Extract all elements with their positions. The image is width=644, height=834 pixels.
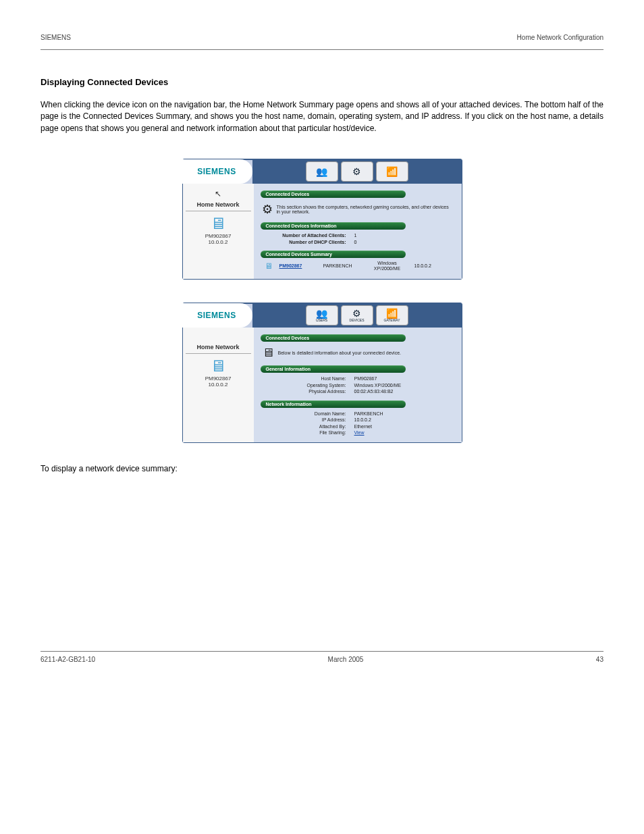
pill-connected-devices: Connected Devices — [261, 334, 406, 342]
content-area: Connected Devices ⚙ This section shows t… — [254, 184, 462, 279]
label-domain: Domain Name: — [269, 411, 346, 417]
tab-users[interactable]: 👥USERS — [306, 305, 338, 325]
tab-gateway[interactable]: 📶GATEWAY — [376, 305, 408, 325]
label-dhcp-clients: Number of DHCP Clients: — [269, 239, 346, 245]
top-nav: 👥 ⚙ 📶 — [252, 159, 462, 184]
summary-ip: 10.0.0.2 — [414, 263, 452, 268]
pill-devices-info: Connected Devices Information — [261, 222, 406, 230]
footer-docnum: 6211-A2-GB21-10 — [41, 656, 95, 663]
section-heading: Displaying Connected Devices — [41, 77, 603, 87]
pill-connected-devices: Connected Devices — [261, 190, 406, 198]
gateway-icon: 📶 — [386, 167, 398, 176]
link-filesharing-view[interactable]: View — [348, 429, 365, 436]
summary-hostname-link[interactable]: PM902867 — [279, 263, 317, 268]
sidebar-title: Home Network — [186, 344, 251, 354]
monitor-icon: 🖥 — [262, 346, 274, 360]
tab-users-label: USERS — [316, 318, 327, 322]
gears-icon: ⚙ — [352, 309, 361, 318]
gateway-icon: 📶 — [386, 309, 398, 318]
device-summary-row: 🖥 PM902867 PARKBENCH Windows XP/2000/ME … — [261, 259, 455, 275]
value-attachedby: Ethernet — [348, 423, 372, 429]
brand-logo-text: SIEMENS — [197, 311, 236, 320]
cursor-icon: ↖ — [186, 189, 251, 199]
pill-devices-summary: Connected Devices Summary — [261, 251, 406, 258]
sidebar-title: Home Network — [186, 201, 251, 211]
footer-page: 43 — [596, 656, 603, 663]
label-attachedby: Attached By: — [269, 423, 346, 429]
screenshot-connected-devices: SIEMENS 👥 ⚙ 📶 ↖ Home Network 🖥 PM902867 … — [182, 159, 462, 280]
section-description: This section shows the computers, networ… — [277, 205, 454, 214]
section-description: Below is detailed information about your… — [278, 350, 402, 355]
intro-paragraph: When clicking the device icon on the nav… — [41, 99, 603, 134]
monitor-icon: 🖥 — [186, 358, 251, 374]
doc-header-left: SIEMENS — [41, 34, 71, 41]
monitor-icon: 🖥 — [186, 215, 251, 232]
value-ipaddr: 10.0.0.2 — [348, 417, 371, 423]
label-os: Operating System: — [269, 382, 346, 388]
footer-date: March 2005 — [328, 656, 364, 663]
pill-network-info: Network Information — [261, 400, 406, 408]
doc-header-right: Home Network Configuration — [517, 34, 603, 41]
sidebar: Home Network 🖥 PM902867 10.0.0.2 — [183, 328, 254, 442]
brand-logo-text: SIEMENS — [197, 167, 236, 176]
label-ipaddr: IP Address: — [269, 417, 346, 423]
pill-general-info: General Information — [261, 365, 406, 373]
screenshot-device-detail: SIEMENS 👥USERS ⚙DEVICES 📶GATEWAY Home Ne… — [182, 303, 462, 443]
value-domain: PARKBENCH — [348, 411, 383, 417]
label-hostname: Host Name: — [269, 375, 346, 382]
label-physaddr: Physical Address: — [269, 388, 346, 394]
value-os: Windows XP/2000/ME — [348, 382, 402, 388]
tab-devices[interactable]: ⚙ — [341, 161, 373, 182]
tab-gateway[interactable]: 📶 — [376, 161, 408, 182]
value-physaddr: 00:02:A5:83:48:B2 — [348, 388, 394, 394]
label-filesharing: File Sharing: — [269, 429, 346, 436]
footer-rule — [41, 651, 603, 652]
value-hostname: PM902867 — [348, 375, 377, 382]
label-attached-clients: Number of Attached Clients: — [269, 232, 346, 238]
sidebar-device-ip: 10.0.0.2 — [186, 382, 251, 388]
content-area: Connected Devices 🖥 Below is detailed in… — [254, 328, 462, 442]
tab-users[interactable]: 👥 — [306, 161, 338, 182]
gears-icon: ⚙ — [262, 202, 273, 217]
users-icon: 👥 — [316, 167, 327, 176]
header-rule — [41, 49, 603, 50]
users-icon: 👥 — [316, 309, 327, 318]
sidebar-device-name[interactable]: PM902867 — [186, 233, 251, 239]
tab-devices-label: DEVICES — [350, 318, 365, 322]
sidebar-device-name[interactable]: PM902867 — [186, 375, 251, 382]
monitor-icon: 🖥 — [265, 261, 273, 271]
value-dhcp-clients: 0 — [348, 239, 357, 245]
tab-gateway-label: GATEWAY — [383, 318, 400, 322]
gears-icon: ⚙ — [352, 167, 361, 176]
brand-logo: SIEMENS — [182, 303, 252, 328]
sidebar: ↖ Home Network 🖥 PM902867 10.0.0.2 — [183, 184, 254, 279]
summary-os: Windows XP/2000/ME — [367, 261, 408, 271]
instruction-text: To display a network device summary: — [41, 463, 603, 475]
brand-logo: SIEMENS — [182, 159, 252, 184]
summary-domain: PARKBENCH — [323, 263, 360, 268]
value-attached-clients: 1 — [348, 232, 357, 238]
tab-devices[interactable]: ⚙DEVICES — [341, 305, 373, 325]
top-nav: 👥USERS ⚙DEVICES 📶GATEWAY — [252, 303, 462, 328]
sidebar-device-ip: 10.0.0.2 — [186, 239, 251, 245]
